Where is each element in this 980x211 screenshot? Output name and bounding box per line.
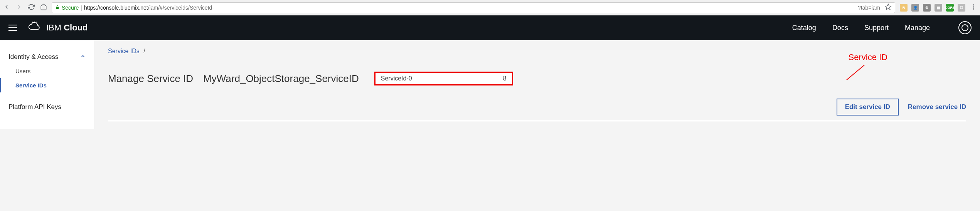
service-id-suffix: 8: [503, 75, 507, 82]
browser-menu-icon[interactable]: [970, 3, 977, 12]
nav-docs[interactable]: Docs: [832, 24, 848, 32]
forward-button[interactable]: [15, 3, 22, 12]
sidebar-section-identity[interactable]: Identity & Access: [0, 50, 94, 64]
app-header: IBM Cloud Catalog Docs Support Manage: [0, 15, 980, 40]
extension-icon[interactable]: ▦: [935, 4, 942, 12]
user-avatar-icon[interactable]: [958, 21, 972, 34]
url-query: ?tab=iam: [858, 5, 880, 11]
svg-marker-0: [886, 4, 891, 10]
sidebar-item-service-ids[interactable]: Service IDs: [0, 78, 94, 92]
bookmark-star-icon[interactable]: [885, 3, 892, 12]
url-path: /iam/#/serviceids/ServiceId-: [148, 5, 214, 11]
extension-icon[interactable]: R: [900, 4, 908, 12]
brand-text-bold: Cloud: [64, 23, 88, 32]
extension-icons: R 👤 ⚙ ▦ CORS ☐: [900, 4, 965, 12]
chevron-up-icon: [80, 53, 86, 61]
breadcrumb: Service IDs /: [108, 48, 966, 55]
sidebar-item-users[interactable]: Users: [0, 64, 94, 78]
hamburger-menu-icon[interactable]: [8, 25, 17, 31]
service-id-field[interactable]: ServiceId-0 8: [374, 72, 513, 85]
sidebar: Identity & Access Users Service IDs Plat…: [0, 40, 94, 129]
service-name: MyWard_ObjectStorage_ServiceID: [203, 73, 359, 85]
breadcrumb-root[interactable]: Service IDs: [108, 48, 140, 54]
sidebar-section-label: Identity & Access: [8, 53, 58, 61]
cors-extension-icon[interactable]: CORS: [946, 4, 954, 12]
edit-service-id-button[interactable]: Edit service ID: [837, 99, 899, 116]
content-divider: [108, 121, 966, 121]
secure-label: Secure: [62, 5, 79, 11]
back-button[interactable]: [3, 3, 10, 12]
nav-catalog[interactable]: Catalog: [792, 24, 816, 32]
svg-point-1: [973, 4, 974, 5]
browser-toolbar: Secure | https://console.bluemix.net/iam…: [0, 0, 980, 15]
extension-icon[interactable]: ⚙: [923, 4, 931, 12]
main-content: Service IDs / Service ID Manage Service …: [94, 40, 980, 129]
remove-service-id-button[interactable]: Remove service ID: [908, 103, 966, 111]
reload-button[interactable]: [28, 3, 35, 12]
svg-point-3: [973, 8, 974, 9]
extension-icon[interactable]: ☐: [958, 4, 965, 12]
nav-manage[interactable]: Manage: [905, 24, 930, 32]
address-bar[interactable]: Secure | https://console.bluemix.net/iam…: [52, 2, 895, 13]
annotation-label: Service ID: [849, 52, 887, 62]
url-domain: https://console.bluemix.net: [84, 5, 148, 11]
breadcrumb-separator: /: [143, 48, 145, 54]
home-button[interactable]: [40, 3, 47, 12]
brand-text-light: IBM: [46, 23, 64, 32]
service-id-prefix: ServiceId-0: [381, 75, 412, 82]
svg-point-2: [973, 6, 974, 7]
lock-icon: [55, 5, 60, 11]
cloud-icon: [28, 22, 42, 34]
page-title: Manage Service ID: [108, 73, 193, 85]
brand-logo[interactable]: IBM Cloud: [28, 22, 88, 34]
extension-icon[interactable]: 👤: [911, 4, 919, 12]
nav-support[interactable]: Support: [864, 24, 889, 32]
sidebar-item-platform-keys[interactable]: Platform API Keys: [0, 97, 94, 117]
